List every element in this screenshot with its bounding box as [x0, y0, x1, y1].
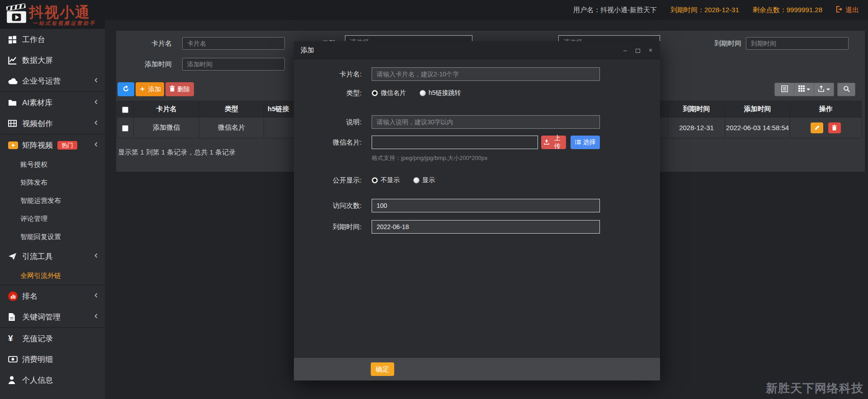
sidebar-subitem-account-auth[interactable]: 账号授权: [0, 155, 105, 174]
folder-icon: [8, 99, 19, 106]
radio-show[interactable]: [413, 177, 420, 183]
pencil-icon: [814, 125, 820, 131]
sidebar-item-label: 引流工具: [22, 251, 53, 262]
desc-label: 说明:: [294, 115, 362, 129]
close-icon[interactable]: ×: [647, 47, 654, 53]
export-dropdown-button[interactable]: [814, 83, 834, 96]
chevron-left-icon: ‹: [94, 139, 98, 149]
list-icon: [575, 139, 581, 146]
watermark: 新胜天下网络科技: [766, 380, 863, 396]
chevron-left-icon: ‹: [94, 97, 98, 107]
confirm-button[interactable]: 确定: [371, 362, 394, 376]
film-icon: [8, 120, 19, 127]
sidebar-subitem-smart-reply[interactable]: 智能回复设置: [0, 228, 105, 246]
filter-card-name-label: 卡片名: [142, 37, 172, 50]
minimize-icon[interactable]: –: [622, 47, 628, 53]
public-display-radio-group: 不显示 显示: [372, 174, 435, 187]
sidebar-item-spending-detail[interactable]: 消费明细: [0, 349, 105, 370]
sidebar-item-matrix-video[interactable]: 矩阵视频 热门 ‹: [0, 135, 105, 155]
refresh-icon: [123, 85, 129, 94]
type-label: 类型:: [294, 86, 362, 100]
sidebar-item-label: 个人信息: [22, 375, 53, 385]
sidebar-item-ranking[interactable]: 排名 ‹: [0, 286, 105, 306]
filter-card-name-input[interactable]: [182, 37, 285, 50]
delete-row-button[interactable]: [828, 122, 841, 133]
radio-label: 微信名片: [381, 89, 406, 97]
paper-plane-icon: [8, 253, 19, 260]
filter-expire-label: 到期时间: [708, 37, 741, 50]
cell-type: 微信名片: [199, 117, 264, 138]
wechat-card-label: 微信名片:: [294, 136, 362, 149]
sidebar-item-personal-info[interactable]: 个人信息: [0, 370, 105, 390]
sidebar-item-ai-library[interactable]: AI素材库 ‹: [0, 92, 105, 113]
radio-label: h5链接跳转: [429, 89, 461, 97]
upload-icon: [544, 139, 549, 146]
upload-button[interactable]: 上传: [541, 136, 566, 149]
sidebar-nav: 工作台 数据大屏 企业号运营 ‹ AI素材库 ‹ 视频创作 ‹: [0, 29, 105, 390]
radio-label: 不显示: [381, 176, 400, 184]
sidebar-item-enterprise[interactable]: 企业号运营 ‹: [0, 70, 105, 91]
points-text: 剩余点数：9999991.28: [753, 6, 822, 14]
dialog-titlebar[interactable]: 添加 – ×: [294, 41, 660, 59]
chevron-left-icon: ‹: [94, 117, 98, 127]
sidebar-item-label: 消费明细: [22, 354, 53, 365]
records-summary: 显示第 1 到第 1 条记录，总共 1 条记录: [118, 148, 236, 157]
filter-added-time-label: 添加时间: [134, 58, 172, 70]
logout-icon: [836, 6, 843, 14]
radio-wechat-card[interactable]: [372, 90, 378, 96]
logout-button[interactable]: 退出: [836, 6, 859, 14]
refresh-button[interactable]: [118, 82, 134, 96]
search-button[interactable]: [837, 83, 855, 96]
sidebar-item-recharge-records[interactable]: ¥ 充值记录: [0, 328, 105, 349]
filter-added-time-input[interactable]: [182, 58, 285, 70]
type-radio-group: 微信名片 h5链接跳转: [372, 86, 461, 100]
columns-dropdown-button[interactable]: [794, 83, 814, 96]
card-name-input[interactable]: [372, 67, 600, 81]
trash-icon: [832, 125, 837, 131]
sidebar-item-label: 矩阵视频: [22, 140, 53, 150]
radio-hide[interactable]: [372, 177, 378, 183]
chevron-left-icon: ‹: [94, 75, 98, 85]
columns-grid-icon: [798, 85, 805, 94]
maximize-icon[interactable]: [635, 47, 641, 53]
topbar-user-info: 用户名：抖视小通-新胜天下 到期时间：2028-12-31 剩余点数：99999…: [573, 0, 859, 20]
wechat-card-input[interactable]: [372, 136, 538, 149]
sidebar-item-traffic-tools[interactable]: 引流工具 ‹: [0, 246, 105, 267]
sidebar-item-keyword-manage[interactable]: 关键词管理 ‹: [0, 306, 105, 327]
radio-h5-jump[interactable]: [420, 90, 426, 96]
sidebar-subitem-comment-manage[interactable]: 评论管理: [0, 210, 105, 228]
chevron-left-icon: ‹: [94, 250, 98, 260]
sidebar-item-video-create[interactable]: 视频创作 ‹: [0, 113, 105, 134]
toggle-detail-view-button[interactable]: [774, 83, 794, 96]
column-expire-time: 到期时间: [668, 101, 725, 117]
desc-input[interactable]: [372, 115, 600, 129]
select-all-checkbox[interactable]: [122, 107, 128, 113]
add-button[interactable]: ＋添加: [136, 82, 164, 96]
dialog-title: 添加: [301, 41, 314, 59]
sidebar-item-data-screen[interactable]: 数据大屏: [0, 50, 105, 70]
trash-icon: [170, 85, 175, 93]
cell-added-time: 2022-06-03 14:58:54: [725, 117, 790, 138]
export-icon: [818, 85, 825, 94]
choose-button[interactable]: 选择: [571, 136, 600, 149]
filter-expire-input[interactable]: [746, 37, 849, 50]
column-actions: 操作: [790, 101, 862, 117]
yen-icon: ¥: [8, 333, 19, 343]
matrix-play-icon: [8, 141, 19, 149]
edit-row-button[interactable]: [811, 122, 823, 133]
row-checkbox[interactable]: [122, 125, 128, 131]
delete-button[interactable]: 删除: [165, 82, 194, 96]
sidebar-item-workbench[interactable]: 工作台: [0, 29, 105, 50]
caret-down-icon: [807, 89, 810, 92]
clapperboard-logo-icon: [5, 3, 28, 28]
sidebar-subitem-traffic-links[interactable]: 全网引流外链: [0, 267, 105, 285]
banknote-icon: [8, 356, 19, 362]
sidebar-item-label: 工作台: [22, 34, 45, 45]
sidebar-subitem-matrix-publish[interactable]: 矩阵发布: [0, 174, 105, 192]
expire-time-input[interactable]: [372, 220, 600, 234]
visit-count-input[interactable]: [372, 199, 600, 212]
sidebar-subitem-smart-ops-publish[interactable]: 智能运营发布: [0, 192, 105, 210]
chevron-left-icon: ‹: [94, 311, 98, 321]
cloud-icon: [8, 78, 19, 84]
sidebar-item-label: 视频创作: [22, 118, 53, 129]
